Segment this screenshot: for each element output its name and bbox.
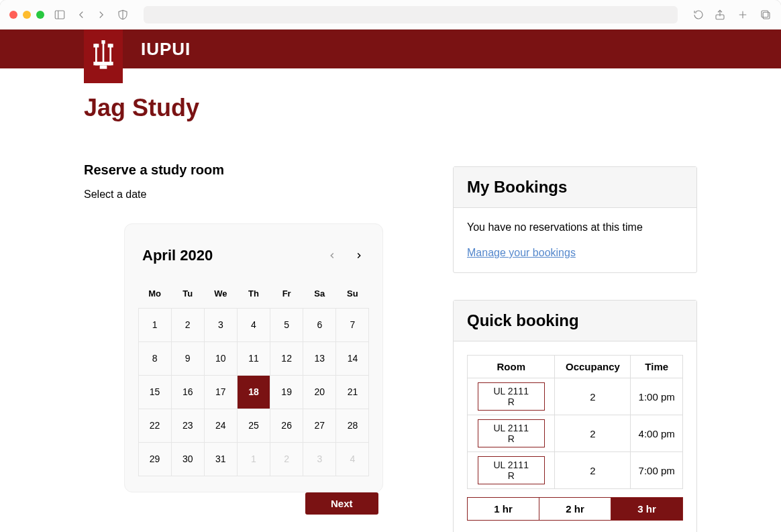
sidebar-icon[interactable]: [54, 9, 66, 21]
calendar-day[interactable]: 24: [204, 409, 238, 443]
room-button[interactable]: UL 2111 R: [478, 382, 545, 411]
brand-name: IUPUI: [141, 39, 191, 60]
svg-rect-9: [95, 44, 97, 63]
shield-icon[interactable]: [117, 9, 129, 21]
calendar-dow: Mo: [138, 283, 171, 308]
manage-bookings-link[interactable]: Manage your bookings: [467, 247, 576, 258]
calendar-day[interactable]: 31: [204, 442, 238, 476]
calendar-day[interactable]: 6: [303, 308, 336, 342]
occupancy-cell: 2: [555, 415, 631, 452]
calendar-day[interactable]: 25: [237, 409, 270, 443]
calendar-day[interactable]: 2: [171, 308, 205, 342]
calendar-day[interactable]: 3: [204, 308, 238, 342]
share-icon[interactable]: [714, 9, 726, 21]
svg-rect-0: [55, 11, 64, 19]
calendar-day[interactable]: 9: [171, 341, 205, 376]
calendar-dow: Fr: [270, 283, 303, 308]
close-window-icon[interactable]: [9, 11, 17, 19]
svg-rect-17: [100, 65, 107, 68]
calendar-month-label: April 2020: [142, 247, 213, 264]
back-icon[interactable]: [75, 9, 87, 21]
col-room: Room: [468, 356, 555, 378]
my-bookings-panel: My Bookings You have no reservations at …: [453, 166, 697, 273]
calendar-day: 1: [237, 442, 270, 476]
calendar-day[interactable]: 13: [303, 341, 336, 376]
duration-tab[interactable]: 1 hr: [468, 498, 539, 520]
table-row: UL 2111 R21:00 pm: [468, 378, 683, 415]
section-subtitle: Reserve a study room: [84, 162, 413, 178]
col-occupancy: Occupancy: [555, 356, 631, 378]
calendar-day[interactable]: 17: [204, 375, 238, 409]
col-time: Time: [631, 356, 683, 378]
time-cell: 7:00 pm: [631, 452, 683, 489]
calendar-day[interactable]: 15: [138, 375, 172, 409]
calendar-dow: Th: [237, 283, 270, 308]
calendar-day: 2: [270, 442, 303, 476]
svg-rect-6: [763, 12, 770, 19]
tabs-icon[interactable]: [760, 9, 772, 21]
calendar-dow: Tu: [171, 283, 204, 308]
calendar-dow: We: [204, 283, 237, 308]
no-reservations-text: You have no reservations at this time: [467, 221, 683, 233]
browser-toolbar: [0, 0, 781, 30]
calendar-day[interactable]: 11: [237, 341, 270, 376]
calendar-day: 3: [303, 442, 336, 476]
calendar-prev-icon[interactable]: [326, 250, 338, 262]
quick-booking-panel: Quick booking Room Occupancy Time UL 211…: [453, 300, 697, 532]
calendar-dow: Sa: [303, 283, 336, 308]
calendar-day[interactable]: 5: [270, 308, 303, 342]
calendar-day[interactable]: 16: [171, 375, 205, 409]
calendar-day[interactable]: 30: [171, 442, 205, 476]
time-cell: 4:00 pm: [631, 415, 683, 452]
calendar-day[interactable]: 20: [303, 375, 336, 409]
occupancy-cell: 2: [555, 452, 631, 489]
duration-tab[interactable]: 2 hr: [539, 498, 611, 520]
calendar-day[interactable]: 1: [138, 308, 172, 342]
calendar-day[interactable]: 27: [303, 409, 336, 443]
room-button[interactable]: UL 2111 R: [478, 419, 545, 447]
svg-rect-12: [109, 44, 111, 63]
calendar-day[interactable]: 8: [138, 341, 172, 376]
window-controls: [9, 11, 44, 19]
calendar-day[interactable]: 18: [237, 375, 270, 409]
svg-rect-16: [95, 62, 111, 65]
calendar-day[interactable]: 7: [335, 308, 369, 342]
calendar-day[interactable]: 12: [270, 341, 303, 376]
calendar-day[interactable]: 10: [204, 341, 238, 376]
calendar-day[interactable]: 23: [171, 409, 205, 443]
calendar-dow: Su: [336, 283, 369, 308]
calendar: April 2020 MoTuWeThFrSaSu 12345678910111…: [124, 223, 383, 492]
svg-rect-15: [103, 40, 105, 65]
calendar-day[interactable]: 21: [335, 375, 369, 409]
address-bar[interactable]: [144, 6, 678, 23]
calendar-day[interactable]: 14: [335, 341, 369, 376]
maximize-window-icon[interactable]: [36, 11, 44, 19]
occupancy-cell: 2: [555, 378, 631, 415]
table-row: UL 2111 R24:00 pm: [468, 415, 683, 452]
new-tab-icon[interactable]: [737, 9, 749, 21]
calendar-day[interactable]: 26: [270, 409, 303, 443]
page-title: Jag Study: [84, 94, 781, 122]
calendar-day: 4: [335, 442, 369, 476]
next-button[interactable]: Next: [305, 492, 378, 515]
calendar-day[interactable]: 22: [138, 409, 172, 443]
refresh-icon[interactable]: [692, 9, 705, 21]
quick-booking-heading: Quick booking: [454, 301, 696, 341]
my-bookings-heading: My Bookings: [454, 167, 696, 208]
calendar-day[interactable]: 19: [270, 375, 303, 409]
forward-icon[interactable]: [95, 9, 107, 21]
iu-logo[interactable]: [84, 30, 123, 83]
duration-tabs: 1 hr2 hr3 hr: [467, 497, 683, 521]
svg-rect-7: [762, 11, 768, 17]
site-header: IUPUI: [0, 30, 781, 68]
minimize-window-icon[interactable]: [23, 11, 31, 19]
calendar-next-icon[interactable]: [353, 250, 365, 262]
time-cell: 1:00 pm: [631, 378, 683, 415]
table-row: UL 2111 R27:00 pm: [468, 452, 683, 489]
instruction-text: Select a date: [84, 189, 413, 201]
calendar-day[interactable]: 29: [138, 442, 172, 476]
room-button[interactable]: UL 2111 R: [478, 456, 545, 484]
calendar-day[interactable]: 4: [237, 308, 270, 342]
calendar-day[interactable]: 28: [335, 409, 369, 443]
duration-tab[interactable]: 3 hr: [611, 498, 682, 520]
